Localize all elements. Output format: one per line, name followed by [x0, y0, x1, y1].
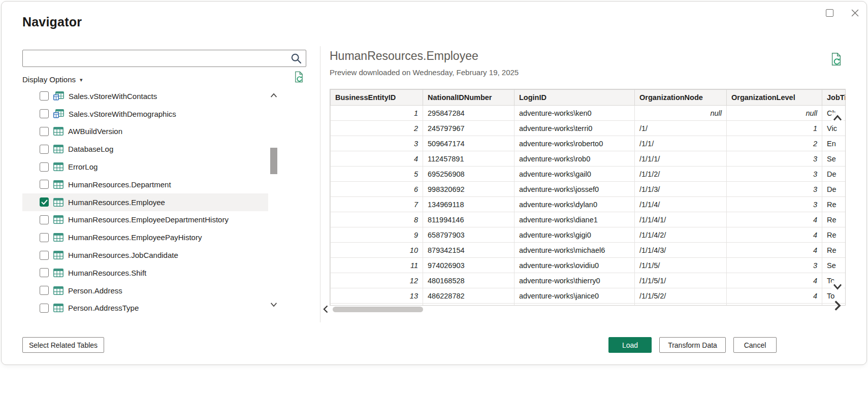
- cell: 1: [331, 106, 423, 121]
- cell: 4: [331, 151, 423, 167]
- cell: 3: [727, 151, 822, 167]
- checkbox[interactable]: [40, 268, 49, 277]
- list-item-label: Sales.vStoreWithContacts: [69, 92, 157, 101]
- close-button[interactable]: [846, 4, 864, 22]
- cell: 3: [727, 258, 822, 273]
- list-item-awbuildversion[interactable]: AWBuildVersion: [22, 123, 268, 141]
- preview-scroll-right[interactable]: [830, 299, 844, 314]
- cell: 3: [727, 167, 822, 182]
- cell: 2: [727, 136, 822, 151]
- cell: Re: [822, 243, 846, 258]
- list-item-sales-vstorewithdemographics[interactable]: Sales.vStoreWithDemographics: [22, 105, 268, 123]
- cell: 480168528: [423, 273, 515, 288]
- cell: adventure-works\janice0: [515, 288, 635, 304]
- preview-scroll-up[interactable]: [831, 112, 844, 124]
- cell: 14: [331, 304, 423, 306]
- cancel-button[interactable]: Cancel: [733, 337, 777, 353]
- list-item-humanresources-employee[interactable]: HumanResources.Employee: [22, 193, 268, 211]
- cell: 695256908: [423, 167, 515, 182]
- chevron-down-icon: ▾: [80, 77, 83, 83]
- cell: adventure-works\roberto0: [515, 136, 635, 151]
- cell: 3: [331, 136, 423, 151]
- table-row: 13486228782adventure-works\janice0/1/1/5…: [331, 288, 846, 304]
- list-item-humanresources-employeedepartmenthistory[interactable]: HumanResources.EmployeeDepartmentHistory: [22, 211, 268, 229]
- cell: 10: [331, 243, 423, 258]
- checkbox[interactable]: [40, 109, 49, 118]
- cell: /1/1/4/1/: [635, 212, 727, 227]
- cell: adventure-works\thierry0: [515, 273, 635, 288]
- chevron-up-icon: [832, 113, 843, 124]
- cell: 6: [331, 182, 423, 197]
- list-item-humanresources-department[interactable]: HumanResources.Department: [22, 176, 268, 193]
- view-icon: [53, 109, 64, 118]
- cell: /1/1/5/1/: [635, 273, 727, 288]
- list-item-databaselog[interactable]: DatabaseLog: [22, 140, 268, 158]
- cell: De: [822, 182, 846, 197]
- display-options-dropdown[interactable]: Display Options ▾: [22, 73, 83, 85]
- column-header-loginid: LoginID: [515, 90, 635, 106]
- scrollbar-thumb[interactable]: [270, 148, 277, 174]
- list-item-humanresources-employeepayhistory[interactable]: HumanResources.EmployeePayHistory: [22, 228, 268, 246]
- refresh-preview-icon[interactable]: [829, 52, 843, 68]
- checkbox[interactable]: [40, 180, 49, 189]
- preview-scroll-left[interactable]: [321, 304, 331, 316]
- table-list: Sales.vStoreWithContactsSales.vStoreWith…: [22, 87, 268, 317]
- cell: 974026903: [423, 258, 515, 273]
- cell: Re: [822, 197, 846, 212]
- cell: 2: [331, 121, 423, 136]
- chevron-up-icon[interactable]: [269, 91, 278, 102]
- cell: adventure-works\ovidiu0: [515, 258, 635, 273]
- column-header-nationalidnumber: NationalIDNumber: [423, 90, 515, 106]
- refresh-list-icon[interactable]: [293, 71, 305, 85]
- table-icon: [53, 198, 63, 207]
- load-button[interactable]: Load: [608, 337, 652, 353]
- checkbox[interactable]: [40, 304, 49, 313]
- checkbox[interactable]: [40, 286, 49, 295]
- transform-data-button[interactable]: Transform Data: [659, 337, 726, 353]
- list-scrollbar[interactable]: [269, 91, 278, 311]
- cell: 8: [331, 212, 423, 227]
- cell: adventure-works\rob0: [515, 151, 635, 167]
- search-icon[interactable]: [290, 52, 302, 64]
- table-row: 1295847284adventure-works\ken0nullnullCh: [331, 106, 846, 121]
- list-item-label: HumanResources.Department: [68, 180, 171, 189]
- checkbox[interactable]: [40, 127, 49, 136]
- cell: /1/1/4/: [635, 197, 727, 212]
- horizontal-scrollbar-thumb[interactable]: [333, 307, 423, 312]
- list-item-person-addresstype[interactable]: Person.AddressType: [22, 300, 268, 317]
- table-row: 7134969118adventure-works\dylan0/1/1/4/3…: [331, 197, 846, 212]
- cell: 4: [727, 212, 822, 227]
- view-icon: [53, 91, 64, 101]
- cell: 486228782: [423, 288, 515, 304]
- select-related-tables-button[interactable]: Select Related Tables: [22, 337, 104, 353]
- checkbox[interactable]: [40, 215, 49, 224]
- preview-scroll-down[interactable]: [831, 280, 844, 292]
- checkbox[interactable]: [40, 233, 49, 242]
- list-item-person-address[interactable]: Person.Address: [22, 282, 268, 300]
- cell: /1/1/5/2/: [635, 288, 727, 304]
- list-item-humanresources-jobcandidate[interactable]: HumanResources.JobCandidate: [22, 246, 268, 264]
- table-row: 9658797903adventure-works\gigi0/1/1/4/2/…: [331, 227, 846, 243]
- chevron-down-icon: [832, 281, 843, 292]
- cell: /1/: [635, 121, 727, 136]
- cell-null: null: [635, 106, 727, 121]
- list-item-humanresources-shift[interactable]: HumanResources.Shift: [22, 264, 268, 282]
- checkbox[interactable]: [40, 91, 49, 101]
- checkbox-checked[interactable]: [40, 197, 49, 207]
- checkbox[interactable]: [40, 145, 49, 154]
- cell: Re: [822, 212, 846, 227]
- checkbox[interactable]: [40, 251, 49, 260]
- cell: /1/1/4/3/: [635, 243, 727, 258]
- search-input[interactable]: [23, 50, 290, 67]
- table-row: 2245797967adventure-works\terri0/1/1Vic: [331, 121, 846, 136]
- panel-divider: [320, 46, 320, 322]
- list-item-errorlog[interactable]: ErrorLog: [22, 158, 268, 176]
- cell: adventure-works\ken0: [515, 106, 635, 121]
- list-item-label: HumanResources.Employee: [68, 198, 165, 207]
- list-item-sales-vstorewithcontacts[interactable]: Sales.vStoreWithContacts: [22, 87, 268, 105]
- chevron-down-icon[interactable]: [269, 300, 278, 311]
- checkbox[interactable]: [40, 162, 49, 172]
- cell: 3: [727, 197, 822, 212]
- maximize-button[interactable]: [820, 4, 839, 22]
- table-icon: [53, 304, 63, 312]
